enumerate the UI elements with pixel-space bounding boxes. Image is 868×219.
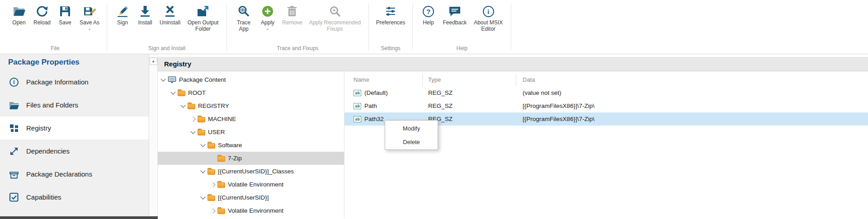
ribbon-toolbar: Open Reload Save bbox=[0, 0, 868, 54]
about-msix-editor-label: About MSIX Editor bbox=[473, 20, 504, 33]
chevron-down-icon[interactable] bbox=[190, 129, 195, 134]
chevron-down-icon[interactable] bbox=[200, 142, 205, 147]
ribbon-group-sign-install: Sign Install Uninstall bbox=[107, 0, 226, 54]
vertical-scrollbar[interactable]: ▲ bbox=[149, 54, 158, 219]
ribbon-group-help: ? Help Feedback i About MSIX Editor bbox=[413, 0, 511, 54]
save-button-label: Save bbox=[59, 20, 71, 26]
tree-item-currentusersid-classes[interactable]: [{CurrentUserSID}]_Classes bbox=[158, 165, 344, 178]
reg-sz-icon: ab bbox=[354, 116, 361, 122]
table-row[interactable]: ab Path REG_SZ [{ProgramFilesX86}]\7-Zip… bbox=[344, 99, 868, 112]
apply-recommended-fixups-button[interactable]: Apply Recommended Fixups bbox=[307, 4, 363, 33]
folder-icon bbox=[217, 182, 225, 188]
uninstall-button[interactable]: Uninstall bbox=[158, 4, 182, 27]
tree-item-user[interactable]: USER bbox=[158, 126, 344, 139]
sign-pencil-icon bbox=[116, 5, 129, 18]
sidebar-item-label: Capabilities bbox=[26, 193, 61, 201]
value-data: [{ProgramFilesX86}]\7-Zip\ bbox=[516, 112, 868, 126]
panel-title: Registry bbox=[164, 60, 191, 68]
sidebar-item-package-information[interactable]: i Package Information bbox=[0, 70, 149, 93]
table-header-row: Name Type Data bbox=[344, 73, 868, 86]
sign-button-label: Sign bbox=[117, 20, 128, 26]
remove-trash-icon bbox=[286, 5, 298, 18]
uninstall-icon bbox=[164, 5, 176, 18]
context-menu-item-modify[interactable]: Modify bbox=[385, 121, 438, 135]
context-menu: Modify Delete bbox=[385, 120, 438, 150]
declarations-icon bbox=[9, 169, 19, 179]
tree-item-machine[interactable]: MACHINE bbox=[158, 112, 344, 126]
preferences-sliders-icon bbox=[384, 5, 397, 18]
folder-icon bbox=[208, 143, 215, 149]
column-header-data[interactable]: Data bbox=[516, 73, 868, 86]
reg-sz-icon: ab bbox=[354, 103, 361, 109]
sidebar-item-capabilities[interactable]: Capabilities bbox=[0, 186, 149, 209]
computer-icon bbox=[168, 75, 176, 84]
sidebar-item-label: Dependencies bbox=[26, 147, 70, 155]
sidebar-item-label: Registry bbox=[26, 124, 51, 132]
feedback-button-label: Feedback bbox=[443, 20, 467, 26]
chevron-down-icon[interactable] bbox=[180, 103, 185, 107]
save-as-button-label: Save As bbox=[80, 20, 99, 26]
install-button[interactable]: Install bbox=[135, 4, 155, 27]
tree-item-software[interactable]: Software bbox=[158, 139, 344, 152]
open-button[interactable]: Open bbox=[9, 4, 29, 27]
tree-item-registry[interactable]: REGISTRY bbox=[158, 99, 344, 112]
value-name: Path32 bbox=[364, 116, 384, 122]
context-menu-item-delete[interactable]: Delete bbox=[385, 135, 438, 149]
sidebar-item-files-and-folders[interactable]: Files and Folders bbox=[0, 93, 149, 116]
tree-item-root[interactable]: ROOT bbox=[158, 86, 344, 99]
folder-icon bbox=[217, 156, 225, 162]
tree-item-volatile-environment-1[interactable]: Volatile Environment bbox=[158, 178, 344, 191]
sidebar-item-label: Package Declarations bbox=[26, 170, 92, 178]
ribbon-group-label-sign-install: Sign and Install bbox=[107, 45, 226, 54]
panel-header: Registry bbox=[158, 57, 868, 71]
chevron-right-icon[interactable] bbox=[210, 208, 215, 213]
tree-item-currentusersid[interactable]: [{CurrentUserSID}] bbox=[158, 191, 344, 204]
remove-button[interactable]: Remove bbox=[280, 4, 304, 27]
value-type: REG_SZ bbox=[423, 99, 516, 112]
folder-icon bbox=[178, 91, 185, 96]
chevron-down-icon[interactable] bbox=[200, 168, 205, 173]
column-header-name[interactable]: Name bbox=[344, 73, 423, 86]
column-header-type[interactable]: Type bbox=[423, 73, 516, 86]
tree-item-volatile-environment-2[interactable]: Volatile Environment bbox=[158, 204, 344, 217]
open-output-folder-icon bbox=[197, 5, 209, 18]
sign-button[interactable]: Sign bbox=[113, 4, 132, 27]
sidebar-item-registry[interactable]: Registry bbox=[0, 116, 149, 140]
chevron-down-icon[interactable] bbox=[170, 89, 175, 94]
save-as-dropdown-icon[interactable]: ⌄ bbox=[88, 28, 91, 30]
reg-sz-icon: ab bbox=[354, 90, 361, 96]
open-folder-icon bbox=[13, 5, 25, 18]
tree-item-package-content[interactable]: Package Content bbox=[158, 73, 344, 86]
trace-app-icon bbox=[237, 5, 250, 18]
help-button[interactable]: ? Help bbox=[418, 4, 438, 27]
tree-item-7zip[interactable]: 7-Zip bbox=[158, 152, 344, 165]
fixups-icon bbox=[329, 5, 341, 18]
ribbon-group-settings: Preferences Settings bbox=[369, 0, 413, 54]
open-output-folder-label: Open Output Folder bbox=[187, 20, 219, 33]
chevron-right-icon[interactable] bbox=[190, 116, 195, 121]
apply-dropdown-icon[interactable]: ⌄ bbox=[266, 28, 269, 30]
table-row[interactable]: ab (Default) REG_SZ (value not set) bbox=[344, 86, 868, 99]
chevron-down-icon[interactable] bbox=[160, 76, 165, 81]
ribbon-group-label-trace-fixups: Trace and Fixups bbox=[227, 45, 368, 54]
feedback-button[interactable]: Feedback bbox=[441, 4, 468, 27]
install-icon bbox=[139, 5, 151, 18]
save-button[interactable]: Save bbox=[55, 4, 75, 27]
trace-app-button[interactable]: Trace App bbox=[232, 4, 255, 33]
ribbon-group-label-file: File bbox=[4, 45, 107, 54]
dependencies-icon bbox=[9, 146, 19, 156]
apply-button[interactable]: Apply ⌄ bbox=[258, 4, 278, 31]
capabilities-icon bbox=[9, 192, 19, 202]
sidebar-item-package-declarations[interactable]: Package Declarations bbox=[0, 163, 149, 186]
scroll-up-button[interactable]: ▲ bbox=[150, 57, 157, 65]
chevron-down-icon[interactable] bbox=[200, 194, 205, 199]
save-as-button[interactable]: Save As ⌄ bbox=[78, 4, 101, 31]
chevron-right-icon[interactable] bbox=[210, 182, 215, 187]
sidebar-item-dependencies[interactable]: Dependencies bbox=[0, 140, 149, 163]
about-msix-editor-button[interactable]: i About MSIX Editor bbox=[471, 4, 505, 33]
preferences-button[interactable]: Preferences bbox=[374, 4, 407, 27]
help-icon: ? bbox=[423, 5, 434, 18]
reload-button[interactable]: Reload bbox=[32, 4, 52, 27]
open-output-folder-button[interactable]: Open Output Folder bbox=[185, 4, 221, 33]
folder-icon bbox=[208, 169, 215, 175]
